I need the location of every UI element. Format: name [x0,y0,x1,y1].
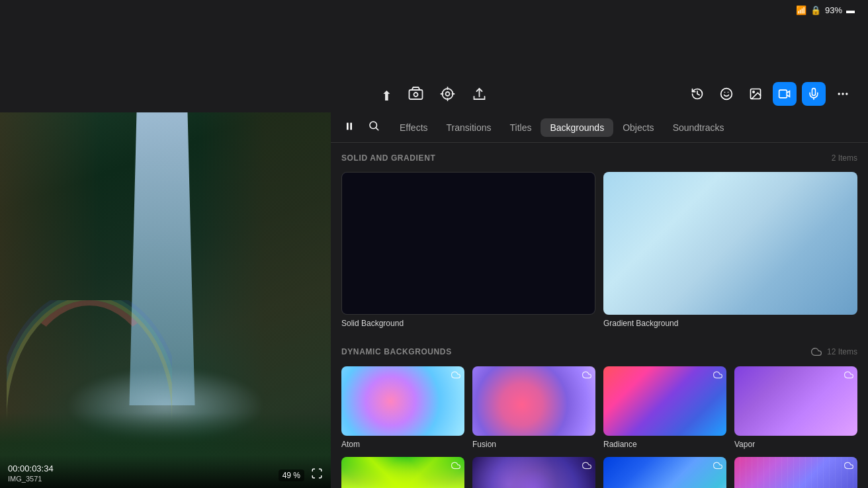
tab-backgrounds[interactable]: Backgrounds [541,118,613,137]
export-button[interactable]: ⬆ [381,88,392,104]
emoji-button[interactable] [715,82,738,106]
label-gradient-background: Gradient Background [603,319,857,328]
history-button[interactable] [685,82,709,106]
lock-icon: 🔒 [810,5,821,15]
zoom-level: 49 % [279,469,304,481]
photo-button[interactable] [744,82,767,106]
cloud-overlay-fusion [582,370,591,382]
fullscreen-button[interactable] [311,468,323,483]
tab-soundtracks[interactable]: Soundtracks [664,118,734,137]
section-count-solid: 2 Items [832,153,857,163]
video-background [0,112,331,488]
item-gradient-background[interactable]: Gradient Background [603,172,857,328]
svg-line-21 [376,128,378,130]
toolbar-center: ⬆ [381,86,488,106]
panel-content[interactable]: SOLID AND GRADIENT 2 Items Solid Backgro… [331,143,868,488]
main-content: 00:00:03:34 IMG_3571 49 % [0,112,868,488]
pause-button[interactable] [339,121,360,134]
thumb-radiance[interactable] [603,366,726,436]
dynamic-grid-row1: Atom Fusion [341,366,857,449]
effects-panel: Effects Transitions Titles Backgrounds O… [331,112,868,488]
section-header-solid: SOLID AND GRADIENT 2 Items [341,153,857,163]
filename: IMG_3571 [8,475,54,483]
svg-point-3 [446,92,450,96]
battery-percent: 93% [825,5,842,15]
item-aurora1[interactable]: Aurora 1 [603,457,726,488]
dynamic-grid-row2: Prism Nebula [341,457,857,488]
cloud-overlay-atom [451,370,460,382]
toolbar-right [685,82,855,106]
cloud-icon [811,346,822,357]
cloud-overlay-aurora2 [844,461,853,472]
tab-titles[interactable]: Titles [501,118,541,137]
svg-rect-19 [350,122,352,130]
svg-rect-0 [410,90,423,99]
section-dynamic-backgrounds: DYNAMIC BACKGROUNDS 12 Items [341,346,857,488]
share-button[interactable] [472,86,488,106]
label-fusion: Fusion [472,440,595,449]
label-solid-background: Solid Background [341,319,595,328]
thumb-fusion[interactable] [472,366,595,436]
thumb-aurora1[interactable] [603,457,726,488]
timecode: 00:00:03:34 [8,464,54,473]
section-title-solid: SOLID AND GRADIENT [341,153,435,163]
video-overlay-button[interactable] [773,82,797,106]
svg-point-20 [370,122,377,129]
svg-point-17 [846,93,847,95]
tab-objects[interactable]: Objects [613,118,663,137]
solid-gradient-grid: Solid Background Gradient Background [341,172,857,328]
target-button[interactable] [440,86,456,106]
item-aurora2[interactable]: Aurora 2 [734,457,857,488]
thumb-atom[interactable] [341,366,464,436]
tab-bar: Effects Transitions Titles Backgrounds O… [331,112,868,143]
label-atom: Atom [341,440,464,449]
item-fusion[interactable]: Fusion [472,366,595,449]
item-atom[interactable]: Atom [341,366,464,449]
cloud-overlay-nebula [582,461,591,472]
thumb-gradient-background[interactable] [603,172,857,315]
thumb-vapor[interactable] [734,366,857,436]
wifi-icon: 📶 [796,5,806,15]
tab-effects[interactable]: Effects [390,118,437,137]
item-solid-background[interactable]: Solid Background [341,172,595,328]
thumb-nebula[interactable] [472,457,595,488]
label-radiance: Radiance [603,440,726,449]
camera-button[interactable] [408,86,424,106]
cloud-overlay-vapor [844,370,853,382]
svg-rect-18 [347,122,349,130]
svg-point-12 [753,91,755,93]
more-button[interactable] [831,82,855,106]
cloud-overlay-radiance [713,370,722,382]
svg-point-8 [721,89,732,100]
label-vapor: Vapor [734,440,857,449]
tab-transitions[interactable]: Transitions [437,118,501,137]
mic-button[interactable] [802,82,826,106]
section-title-dynamic: DYNAMIC BACKGROUNDS [341,347,452,356]
svg-point-16 [842,93,844,95]
item-nebula[interactable]: Nebula [472,457,595,488]
svg-point-2 [443,89,453,99]
item-radiance[interactable]: Radiance [603,366,726,449]
battery-icon: ▬ [846,5,855,15]
item-prism[interactable]: Prism [341,457,464,488]
item-vapor[interactable]: Vapor [734,366,857,449]
section-header-dynamic: DYNAMIC BACKGROUNDS 12 Items [341,346,857,357]
search-button[interactable] [363,120,385,135]
thumb-aurora2[interactable] [734,457,857,488]
svg-point-1 [414,93,418,97]
section-solid-gradient: SOLID AND GRADIENT 2 Items Solid Backgro… [341,153,857,328]
video-overlay-bar: 00:00:03:34 IMG_3571 49 % [0,455,331,488]
video-panel: 00:00:03:34 IMG_3571 49 % [0,112,331,488]
top-bar: 📶 🔒 93% ▬ ⬆ [0,0,868,112]
thumb-prism[interactable] [341,457,464,488]
section-count-dynamic: 12 Items [811,346,857,357]
screen-container: 📶 🔒 93% ▬ ⬆ [0,0,868,488]
svg-rect-13 [779,90,787,98]
cloud-overlay-aurora1 [713,461,722,472]
svg-point-15 [838,93,840,95]
status-bar: 📶 🔒 93% ▬ [796,5,855,15]
thumb-solid-background[interactable] [341,172,595,315]
cloud-overlay-prism [451,461,460,472]
